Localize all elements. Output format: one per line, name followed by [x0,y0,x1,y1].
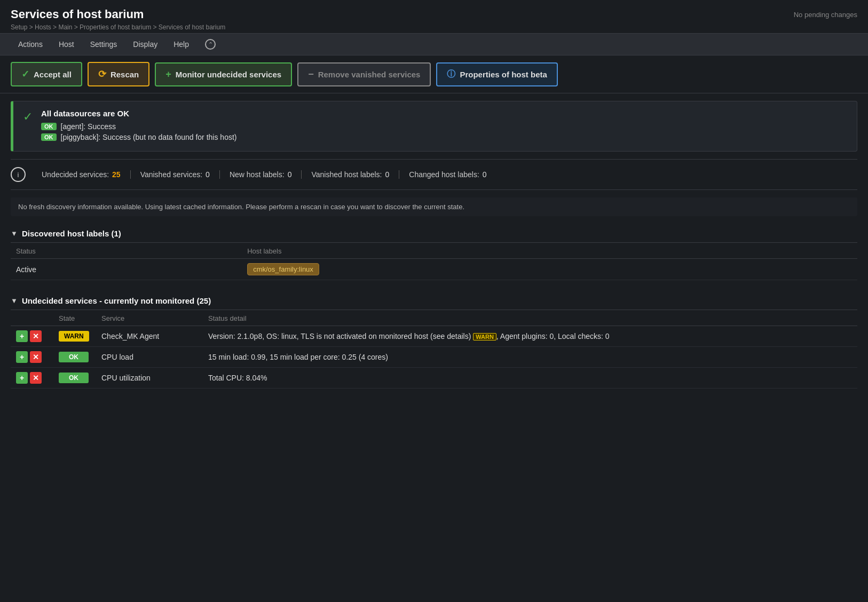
host-label-tag: cmk/os_family:linux [247,263,319,275]
action-icons: + ✕ [16,372,48,384]
stats-row: i Undecided services: 25 Vanished servic… [11,159,857,190]
properties-info-icon: ⓘ [447,69,455,80]
nav-bar: Actions Host Settings Display Help ⌃ [0,33,868,56]
stat-undecided: Undecided services: 25 [32,170,131,179]
datasource-badge-agent: OK [41,123,57,130]
col-service: Service [96,310,203,326]
status-detail: Version: 2.1.0p8, OS: linux, TLS is not … [203,326,857,347]
page-header: Services of host barium Setup > Hosts > … [0,0,868,33]
stat-changed-host-labels: Changed host labels: 0 [399,170,496,179]
properties-host-beta-button[interactable]: ⓘ Properties of host beta [436,62,557,86]
actions-bar: ✓ Accept all ⟳ Rescan + Monitor undecide… [0,56,868,93]
col-state: State [53,310,96,326]
service-name: CPU utilization [96,368,203,389]
status-detail: 15 min load: 0.99, 15 min load per core:… [203,347,857,368]
host-label-value: cmk/os_family:linux [242,259,857,280]
stats-info-icon: i [11,167,26,182]
breadcrumb: Setup > Hosts > Main > Properties of hos… [11,23,225,31]
pending-changes: No pending changes [794,7,857,19]
host-labels-col-labels: Host labels [242,243,857,259]
action-icons: + ✕ [16,351,48,363]
host-labels-col-status: Status [11,243,242,259]
monitor-undecided-button[interactable]: + Monitor undecided services [155,62,292,86]
stat-vanished-count: 0 [206,170,210,179]
add-service-button[interactable]: + [16,330,28,342]
rescan-button[interactable]: ⟳ Rescan [88,62,149,86]
state-badge: OK [59,373,89,383]
service-name: Check_MK Agent [96,326,203,347]
stat-vanished: Vanished services: 0 [131,170,220,179]
nav-settings[interactable]: Settings [83,35,125,54]
nav-collapse-button[interactable]: ⌃ [198,34,223,55]
status-detail: Total CPU: 8.04% [203,368,857,389]
undecided-section-title: Undecided services - currently not monit… [22,296,211,305]
col-status-detail: Status detail [203,310,857,326]
stat-new-host-labels-count: 0 [288,170,292,179]
host-labels-section-title: Discovered host labels (1) [22,229,121,238]
services-table: State Service Status detail + ✕ WARNChec… [11,310,857,389]
remove-service-button[interactable]: ✕ [30,330,42,342]
host-label-status: Active [11,259,242,280]
nav-host[interactable]: Host [51,35,82,54]
detail-warn-badge: WARN [473,333,496,340]
datasource-text-piggyback: [piggyback]: Success (but no data found … [61,133,237,141]
datasource-content: All datasources are OK OK [agent]: Succe… [41,109,236,144]
monitor-plus-icon: + [165,69,171,80]
datasource-panel: ✓ All datasources are OK OK [agent]: Suc… [11,101,857,152]
datasource-item-agent: OK [agent]: Success [41,122,236,131]
state-badge: OK [59,352,89,362]
remove-service-button[interactable]: ✕ [30,351,42,363]
datasource-title: All datasources are OK [41,109,236,118]
rescan-icon: ⟳ [98,68,106,80]
add-service-button[interactable]: + [16,372,28,384]
nav-actions[interactable]: Actions [11,35,50,54]
host-labels-section-header[interactable]: ▼ Discovered host labels (1) [11,225,857,243]
host-labels-table: Status Host labels Active cmk/os_family:… [11,243,857,280]
stat-vanished-host-labels-count: 0 [385,170,389,179]
accept-all-button[interactable]: ✓ Accept all [11,62,82,86]
table-row: Active cmk/os_family:linux [11,259,857,280]
stat-changed-host-labels-count: 0 [483,170,487,179]
datasource-badge-piggyback: OK [41,133,57,141]
table-row: + ✕ OKCPU load15 min load: 0.99, 15 min … [11,347,857,368]
host-labels-arrow-icon: ▼ [11,229,18,237]
stat-vanished-host-labels: Vanished host labels: 0 [302,170,399,179]
service-name: CPU load [96,347,203,368]
add-service-button[interactable]: + [16,351,28,363]
remove-minus-icon: − [308,69,314,80]
nav-display[interactable]: Display [125,35,165,54]
accept-check-icon: ✓ [21,68,29,80]
stat-undecided-count: 25 [112,170,121,179]
table-row: + ✕ WARNCheck_MK AgentVersion: 2.1.0p8, … [11,326,857,347]
remove-service-button[interactable]: ✕ [30,372,42,384]
col-actions [11,310,53,326]
datasource-text-agent: [agent]: Success [61,122,116,131]
stat-new-host-labels: New host labels: 0 [220,170,302,179]
table-row: + ✕ OKCPU utilizationTotal CPU: 8.04% [11,368,857,389]
nav-help[interactable]: Help [166,35,196,54]
action-icons: + ✕ [16,330,48,342]
undecided-section-header[interactable]: ▼ Undecided services - currently not mon… [11,292,857,310]
info-message: No fresh discovery information available… [11,197,857,216]
state-badge: WARN [59,331,89,342]
nav-collapse-icon: ⌃ [205,39,216,50]
datasource-check-icon: ✓ [23,110,33,124]
page-title: Services of host barium [11,7,225,21]
datasource-item-piggyback: OK [piggyback]: Success (but no data fou… [41,133,236,141]
remove-vanished-button[interactable]: − Remove vanished services [297,62,431,86]
undecided-arrow-icon: ▼ [11,297,18,305]
